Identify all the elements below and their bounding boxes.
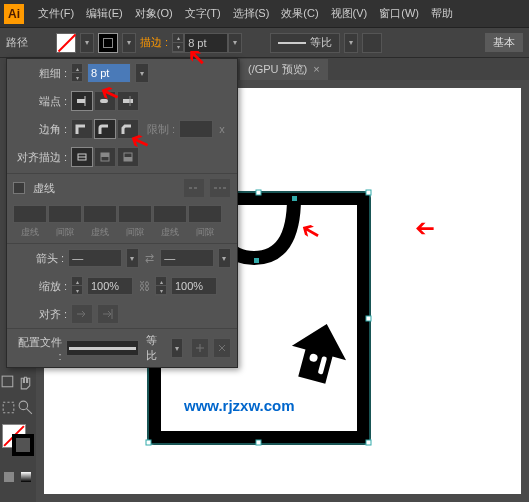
scale-label: 缩放 : <box>13 279 67 294</box>
brush-ratio[interactable]: 等比 <box>270 33 340 53</box>
tool-gradient[interactable] <box>17 465 34 489</box>
align-center-button[interactable] <box>71 147 93 167</box>
menu-file[interactable]: 文件(F) <box>32 6 80 21</box>
cap-label: 端点 : <box>13 94 67 109</box>
control-bar: 路径 ▾ ▾ 描边 : ▴▾ ▾ 等比 ▾ 基本 <box>0 28 529 58</box>
tool-artboard[interactable] <box>0 395 17 419</box>
stroke-label: 描边 : <box>140 35 168 50</box>
fill-dropdown[interactable]: ▾ <box>80 33 94 53</box>
dash-lbl-6: 间隙 <box>188 226 222 239</box>
cap-round-button[interactable] <box>94 91 116 111</box>
path-label: 路径 <box>6 35 28 50</box>
menu-edit[interactable]: 编辑(E) <box>80 6 129 21</box>
tool-zoom[interactable] <box>17 395 34 419</box>
gap-2-input[interactable] <box>118 205 152 223</box>
svg-point-2 <box>19 401 28 410</box>
cap-square-button[interactable] <box>117 91 139 111</box>
cap-butt-button[interactable] <box>71 91 93 111</box>
svg-rect-14 <box>366 440 371 445</box>
tab-close-icon[interactable]: × <box>313 63 319 75</box>
flip-along-button[interactable] <box>191 338 209 358</box>
app-logo: Ai <box>4 4 24 24</box>
corner-bevel-button[interactable] <box>117 119 139 139</box>
weight-stepper[interactable]: ▴▾ <box>71 63 83 83</box>
arrow-end-dropdown[interactable]: ▾ <box>218 248 231 268</box>
ratio-dropdown[interactable]: ▾ <box>344 33 358 53</box>
tool-hand[interactable] <box>17 370 34 394</box>
menu-window[interactable]: 窗口(W) <box>373 6 425 21</box>
svg-rect-20 <box>100 99 108 103</box>
arrow-align-extend-button[interactable] <box>71 304 93 324</box>
document-tab[interactable]: (/GPU 预览) × <box>240 59 328 80</box>
basic-button[interactable]: 基本 <box>485 33 523 52</box>
corner-round-button[interactable] <box>94 119 116 139</box>
stroke-weight-control: ▴▾ ▾ <box>172 33 242 53</box>
tab-title: (/GPU 预览) <box>248 62 307 77</box>
dashed-checkbox[interactable] <box>13 182 25 194</box>
fill-swatch[interactable] <box>56 33 76 53</box>
dash-lbl-3: 虚线 <box>83 226 117 239</box>
scale-end-input[interactable]: 100% <box>171 277 217 295</box>
corner-miter-button[interactable] <box>71 119 93 139</box>
arrow-label: 箭头 : <box>13 251 64 266</box>
dash-lbl-1: 虚线 <box>13 226 47 239</box>
gap-3-input[interactable] <box>188 205 222 223</box>
limit-x: x <box>219 123 225 135</box>
corner-label: 边角 : <box>13 122 67 137</box>
stroke-weight-dropdown[interactable]: ▾ <box>228 33 242 53</box>
dash-2-input[interactable] <box>83 205 117 223</box>
arrow-start-dropdown[interactable]: ▾ <box>126 248 139 268</box>
scale-start-input[interactable]: 100% <box>87 277 133 295</box>
svg-rect-31 <box>214 187 217 189</box>
limit-label: 限制 : <box>147 122 175 137</box>
svg-rect-33 <box>223 187 226 189</box>
profile-preview[interactable] <box>66 340 139 356</box>
tool-slice[interactable] <box>0 370 17 394</box>
menu-view[interactable]: 视图(V) <box>325 6 374 21</box>
tool-color[interactable] <box>0 465 17 489</box>
gap-1-input[interactable] <box>48 205 82 223</box>
arrow-end-select[interactable]: — <box>160 249 213 267</box>
dash-1-input[interactable] <box>13 205 47 223</box>
opacity-icon[interactable] <box>362 33 382 53</box>
menu-bar: Ai 文件(F) 编辑(E) 对象(O) 文字(T) 选择(S) 效果(C) 视… <box>0 0 529 28</box>
stroke-stepper[interactable]: ▴▾ <box>172 33 184 53</box>
fill-stroke-control[interactable] <box>0 424 34 458</box>
arrow-align-tip-button[interactable] <box>97 304 119 324</box>
arrow-start-select[interactable]: — <box>68 249 121 267</box>
scale-end-stepper[interactable]: ▴▾ <box>155 276 167 296</box>
limit-input[interactable] <box>179 120 213 138</box>
flip-across-button[interactable] <box>213 338 231 358</box>
svg-rect-18 <box>77 99 85 103</box>
swap-arrows-icon[interactable]: ⇄ <box>143 249 156 267</box>
dash-align-button[interactable] <box>209 178 231 198</box>
scale-start-stepper[interactable]: ▴▾ <box>71 276 83 296</box>
menu-help[interactable]: 帮助 <box>425 6 459 21</box>
align-inside-button[interactable] <box>94 147 116 167</box>
menu-effect[interactable]: 效果(C) <box>275 6 324 21</box>
menu-select[interactable]: 选择(S) <box>227 6 276 21</box>
menu-text[interactable]: 文字(T) <box>179 6 227 21</box>
svg-rect-30 <box>194 187 197 189</box>
svg-rect-9 <box>366 190 371 195</box>
align-outside-button[interactable] <box>117 147 139 167</box>
align2-label: 对齐 : <box>13 307 67 322</box>
stroke-weight-input[interactable] <box>184 33 228 53</box>
stroke-dropdown[interactable]: ▾ <box>122 33 136 53</box>
dash-preserve-button[interactable] <box>183 178 205 198</box>
stroke-swatch-tool[interactable] <box>12 434 34 456</box>
weight-input[interactable] <box>87 63 131 83</box>
svg-rect-29 <box>189 187 192 189</box>
svg-line-3 <box>27 408 32 413</box>
svg-rect-17 <box>292 196 297 201</box>
link-scale-icon[interactable]: ⛓ <box>137 277 151 295</box>
profile-label: 配置文件 : <box>13 335 62 362</box>
profile-dropdown[interactable]: ▾ <box>171 338 183 358</box>
weight-dropdown[interactable]: ▾ <box>135 63 149 83</box>
watermark: www.rjzxw.com <box>184 397 295 414</box>
dash-3-input[interactable] <box>153 205 187 223</box>
dash-lbl-2: 间隙 <box>48 226 82 239</box>
align-stroke-label: 对齐描边 : <box>13 150 67 165</box>
stroke-swatch[interactable] <box>98 33 118 53</box>
menu-object[interactable]: 对象(O) <box>129 6 179 21</box>
